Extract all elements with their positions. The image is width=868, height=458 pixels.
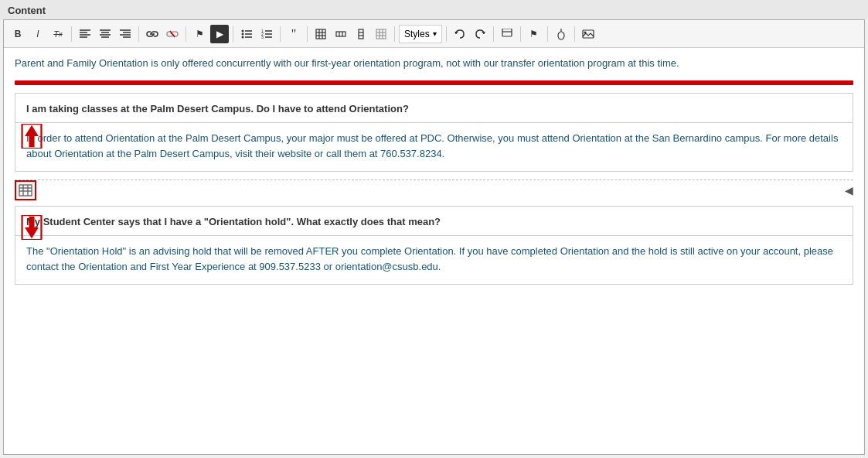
faq-block-1-wrapper: I am taking classes at the Palm Desert C… xyxy=(15,93,853,172)
svg-rect-44 xyxy=(502,29,512,36)
up-arrow-annotation xyxy=(21,124,43,151)
separator-1 xyxy=(71,26,72,42)
separator-2 xyxy=(138,26,139,42)
resize-handle[interactable] xyxy=(15,180,36,200)
svg-rect-26 xyxy=(316,29,325,39)
content-area[interactable]: Parent and Family Orientation is only of… xyxy=(4,48,864,454)
separator-4 xyxy=(233,26,233,42)
unlink-button[interactable] xyxy=(163,25,182,43)
media-button[interactable]: ▶ xyxy=(210,25,229,43)
svg-point-46 xyxy=(558,32,564,39)
styles-arrow: ▾ xyxy=(433,29,437,38)
bold-button[interactable]: B xyxy=(9,25,27,43)
faq2-answer: The "Orientation Hold" is an advising ho… xyxy=(15,236,853,284)
bullet-list-button[interactable] xyxy=(237,25,256,43)
section-label: Content xyxy=(0,0,868,19)
blockquote-button[interactable]: " xyxy=(284,25,303,43)
faq1-answer: In order to attend Orientation at the Pa… xyxy=(15,123,853,171)
separator-3 xyxy=(186,26,186,42)
down-arrow-annotation xyxy=(21,215,43,242)
faq1-question: I am taking classes at the Palm Desert C… xyxy=(15,94,853,123)
undo-button[interactable] xyxy=(451,25,469,43)
separator-6 xyxy=(307,26,308,42)
table-row-button[interactable] xyxy=(332,25,350,43)
separator-12 xyxy=(574,26,575,42)
faq2-question: My Student Center says that I have a "Or… xyxy=(15,207,853,236)
editor-container: B I Tx ⚑ ▶ xyxy=(3,19,865,455)
svg-point-49 xyxy=(584,31,586,33)
toolbar: B I Tx ⚑ ▶ xyxy=(4,20,864,48)
align-left-button[interactable] xyxy=(76,25,94,43)
svg-text:3.: 3. xyxy=(261,35,264,39)
svg-marker-57 xyxy=(25,217,39,238)
link-button[interactable] xyxy=(143,25,162,43)
align-center-button[interactable] xyxy=(96,25,114,43)
separator-8 xyxy=(446,26,447,42)
table-button[interactable] xyxy=(311,25,330,43)
cut-button[interactable] xyxy=(498,25,516,43)
strikethrough-button[interactable]: Tx xyxy=(49,25,67,43)
separator-10 xyxy=(520,26,521,42)
attach-button[interactable] xyxy=(552,25,570,43)
flag-button[interactable]: ⚑ xyxy=(525,25,543,43)
svg-rect-52 xyxy=(19,185,32,196)
italic-button[interactable]: I xyxy=(29,25,47,43)
faq-block-2-wrapper: My Student Center says that I have a "Or… xyxy=(15,206,853,285)
separator-5 xyxy=(280,26,281,42)
separator-11 xyxy=(547,26,548,42)
redo-button[interactable] xyxy=(471,25,489,43)
numbered-list-button[interactable]: 1.2.3. xyxy=(257,25,276,43)
intro-text: Parent and Family Orientation is only of… xyxy=(15,56,853,71)
faq-block-1: I am taking classes at the Palm Desert C… xyxy=(15,93,853,172)
svg-rect-31 xyxy=(336,32,345,36)
separator-7 xyxy=(394,26,395,42)
faq-block-2: My Student Center says that I have a "Or… xyxy=(15,206,853,285)
styles-dropdown[interactable]: Styles ▾ xyxy=(399,25,442,43)
svg-rect-34 xyxy=(359,29,363,39)
svg-rect-48 xyxy=(583,30,594,38)
table-col-button[interactable] xyxy=(352,25,370,43)
svg-point-18 xyxy=(242,36,244,38)
svg-marker-50 xyxy=(25,125,39,146)
styles-label: Styles xyxy=(404,29,430,39)
svg-point-16 xyxy=(242,32,244,35)
svg-rect-37 xyxy=(376,29,386,39)
align-right-button[interactable] xyxy=(116,25,134,43)
page-wrapper: Content B I Tx ⚑ xyxy=(0,0,868,458)
collapse-arrow[interactable]: ◀ xyxy=(845,184,853,197)
image-button[interactable] xyxy=(579,25,597,43)
anchor-button[interactable]: ⚑ xyxy=(190,25,209,43)
separator-9 xyxy=(493,26,494,42)
table-del-button[interactable] xyxy=(372,25,390,43)
red-divider xyxy=(15,80,853,85)
resize-row: ◀ xyxy=(15,179,853,201)
svg-point-14 xyxy=(242,29,244,32)
